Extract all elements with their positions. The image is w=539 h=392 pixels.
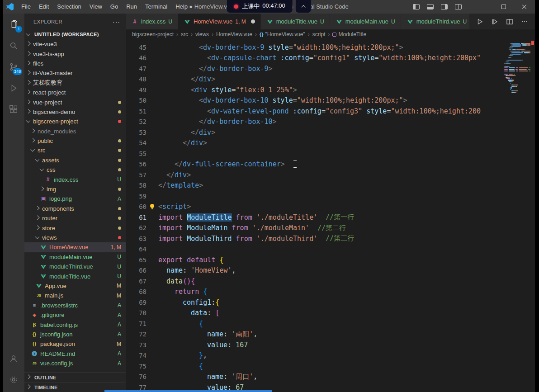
- tree-item-vue.config.js[interactable]: JSvue.config.jsA: [24, 359, 126, 368]
- tree-item-vite-vue3[interactable]: vite-vue3: [24, 39, 126, 49]
- activity-explorer[interactable]: 1: [3, 14, 24, 35]
- minimize-button[interactable]: [473, 0, 493, 14]
- code-line-69: 69config1:{: [126, 297, 504, 308]
- tree-item-moduleTitle.vue[interactable]: moduleTitle.vueU: [24, 271, 126, 281]
- breadcrumb-HomeView.vue[interactable]: {}"HomeView.vue": [260, 31, 305, 38]
- customize-layout-icon[interactable]: [455, 4, 462, 9]
- activity-search[interactable]: [3, 35, 24, 56]
- git-status-badge: 1, M: [111, 244, 121, 250]
- tab-moduleTitle.vue[interactable]: moduleTitle.vueU: [261, 14, 330, 29]
- toggle-secondary-sidebar-icon[interactable]: [441, 4, 448, 9]
- modified-dot-icon: [118, 188, 121, 191]
- outline-section[interactable]: OUTLINE: [24, 372, 126, 382]
- tree-item-艾梯哎教育[interactable]: 艾梯哎教育: [24, 78, 126, 88]
- tree-item-vue3-ts-app[interactable]: vue3-ts-app: [24, 49, 126, 58]
- tree-item-index.css[interactable]: #index.cssU: [24, 175, 126, 184]
- tree-item-moduleMain.vue[interactable]: moduleMain.vueU: [24, 252, 126, 262]
- tree-item-src[interactable]: src: [24, 146, 126, 155]
- menu-file[interactable]: File: [17, 0, 35, 14]
- tree-item-label: vue3-ts-app: [33, 51, 64, 57]
- tree-item-bigscreen-project[interactable]: bigscreen-project: [24, 117, 126, 126]
- vue-file-icon: [40, 263, 47, 270]
- vue-file-icon: [35, 282, 43, 289]
- tree-item-main.js[interactable]: JSmain.jsM: [24, 291, 126, 300]
- tab-HomeView.vue[interactable]: HomeView.vue1, M: [178, 14, 261, 29]
- code-editor[interactable]: 45<dv-border-box-9 style="width:100%;hei…: [126, 39, 535, 392]
- code-area[interactable]: 45<dv-border-box-9 style="width:100%;hei…: [126, 39, 504, 392]
- more-actions-button[interactable]: [521, 18, 528, 25]
- breadcrumb-bigscreen-project[interactable]: bigscreen-project: [132, 31, 174, 38]
- tree-item-.browserslistrc[interactable]: ≡.browserslistrcA: [24, 301, 126, 310]
- menu-help[interactable]: Help: [171, 0, 192, 14]
- settings-button[interactable]: [3, 369, 24, 390]
- breadcrumb-src[interactable]: src: [181, 31, 188, 38]
- tree-item-vue-project[interactable]: vue-project: [24, 97, 126, 107]
- maximize-button[interactable]: [493, 0, 514, 14]
- chevron-right-icon: [35, 226, 40, 231]
- tree-item-HomeView.vue[interactable]: HomeView.vue1, M: [24, 242, 126, 252]
- line-number: 58: [126, 182, 147, 189]
- split-editor-button[interactable]: [506, 18, 513, 25]
- tab-moduleThird.vue[interactable]: moduleThird.vueU: [401, 14, 469, 29]
- run-all-button[interactable]: [491, 18, 498, 25]
- modified-dot-icon: [118, 110, 121, 113]
- views-and-more-actions-icon[interactable]: ···: [113, 18, 120, 25]
- menu-run[interactable]: Run: [122, 0, 141, 14]
- tree-item-label: public: [38, 137, 53, 144]
- tree-item-.gitignore[interactable]: ◆.gitignoreA: [24, 310, 126, 320]
- breadcrumb-script[interactable]: script: [312, 31, 326, 38]
- lightbulb-icon[interactable]: [149, 204, 155, 210]
- tree-item-assets[interactable]: assets: [24, 156, 126, 165]
- run-button[interactable]: [476, 18, 483, 25]
- tab-index.css[interactable]: #index.cssU: [126, 14, 178, 29]
- tree-item-router[interactable]: router: [24, 213, 126, 223]
- tree-item-logo.png[interactable]: ▣logo.pngA: [24, 194, 126, 203]
- modified-dot-icon: [118, 236, 121, 239]
- tree-item-label: components: [42, 205, 74, 212]
- overlay-collapse-button[interactable]: [295, 0, 312, 13]
- tree-item-img[interactable]: img: [24, 184, 126, 194]
- tree-item-label: moduleThird.vue: [49, 263, 93, 270]
- tree-item-package.json[interactable]: {}package.jsonM: [24, 339, 126, 349]
- breadcrumb-ModuleTitle[interactable]: ModuleTitle: [332, 31, 366, 38]
- breadcrumb-views[interactable]: views: [195, 31, 209, 38]
- tree-item-bigscreen-demo[interactable]: bigscreen-demo: [24, 107, 126, 117]
- tab-label: index.css: [141, 18, 165, 25]
- minimap[interactable]: [504, 39, 530, 392]
- activity-extensions[interactable]: [3, 99, 24, 120]
- menu-terminal[interactable]: Terminal: [141, 0, 171, 14]
- account-button[interactable]: [3, 348, 24, 369]
- tree-item-components[interactable]: components: [24, 204, 126, 213]
- overview-ruler[interactable]: [530, 39, 535, 392]
- toggle-panel-icon[interactable]: [427, 4, 434, 9]
- tree-item-css[interactable]: css: [24, 165, 126, 175]
- tab-moduleMain.vue[interactable]: moduleMain.vueU: [330, 14, 401, 29]
- menu-edit[interactable]: Edit: [35, 0, 53, 14]
- tree-item-jsconfig.json[interactable]: {}jsconfig.jsonA: [24, 330, 126, 339]
- breadcrumb-HomeView.vue[interactable]: HomeView.vue: [216, 31, 252, 38]
- menu-selection[interactable]: Selection: [53, 0, 85, 14]
- tree-item-README.md[interactable]: iREADME.mdA: [24, 349, 126, 359]
- close-button[interactable]: [514, 0, 535, 14]
- menu-view[interactable]: View: [85, 0, 106, 14]
- activity-run-debug[interactable]: [3, 77, 24, 99]
- tree-item-moduleThird.vue[interactable]: moduleThird.vueU: [24, 262, 126, 271]
- line-number: 65: [126, 256, 147, 264]
- tree-item-react-project[interactable]: react-project: [24, 88, 126, 97]
- breadcrumb-label: script: [312, 31, 326, 38]
- class-timer-pill: 上课中 00:47:00: [226, 0, 293, 13]
- unsaved-dot-icon[interactable]: [251, 19, 255, 24]
- modified-dot-icon: [118, 139, 121, 142]
- tree-item-iti-Vue3-master[interactable]: iti-Vue3-master: [24, 68, 126, 78]
- tree-item-App.vue[interactable]: App.vueM: [24, 281, 126, 291]
- workspace-header[interactable]: UNTITLED (WORKSPACE): [24, 29, 126, 39]
- toggle-sidebar-icon[interactable]: [413, 4, 420, 9]
- tree-item-files[interactable]: files: [24, 59, 126, 68]
- tree-item-node_modules[interactable]: node_modules: [24, 127, 126, 136]
- tree-item-babel.config.js[interactable]: βbabel.config.jsA: [24, 320, 126, 329]
- tree-item-store[interactable]: store: [24, 223, 126, 232]
- tree-item-public[interactable]: public: [24, 136, 126, 146]
- activity-source-control[interactable]: 348: [3, 56, 24, 77]
- tree-item-views[interactable]: views: [24, 233, 126, 242]
- menu-go[interactable]: Go: [106, 0, 122, 14]
